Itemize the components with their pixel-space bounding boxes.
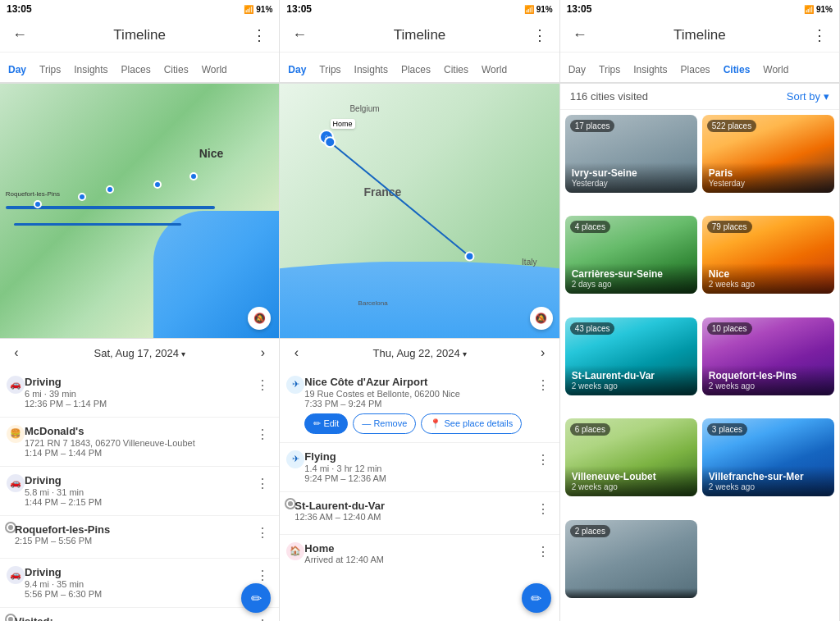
tab-world-2[interactable]: World: [475, 64, 514, 82]
mute-indicator-1[interactable]: 🔕: [248, 307, 271, 330]
tab-places-3[interactable]: Places: [674, 64, 717, 82]
city-card-2[interactable]: 4 places Carrières-sur-Seine 2 days ago: [565, 216, 697, 294]
prev-date-btn-1[interactable]: ‹: [5, 341, 28, 364]
tab-trips-1[interactable]: Trips: [33, 64, 67, 82]
item-more-6[interactable]: ⋮: [253, 615, 272, 622]
city-time-4: 2 weeks ago: [572, 381, 691, 390]
city-card-6[interactable]: 6 places Villeneuve-Loubet 2 weeks ago: [565, 418, 697, 496]
item-more-a4[interactable]: ⋮: [533, 542, 553, 562]
top-bar-3: ← Timeline ⋮: [560, 18, 839, 53]
back-button-1[interactable]: ←: [7, 22, 33, 48]
timeline-item-airport: ✈ Nice Côte d'Azur Airport 19 Rue Costes…: [280, 368, 559, 442]
item-more-3[interactable]: ⋮: [253, 474, 272, 494]
tl-time-roquefort: 2:15 PM – 5:56 PM: [15, 536, 253, 546]
tab-cities-3[interactable]: Cities: [717, 64, 757, 82]
tab-world-1[interactable]: World: [195, 64, 234, 82]
tab-trips-3[interactable]: Trips: [592, 64, 627, 82]
timeline-item-visited: Visited: ⋮: [0, 607, 279, 622]
cities-header: 116 cities visited Sort by ▾: [560, 84, 839, 110]
item-more-5[interactable]: ⋮: [253, 566, 272, 586]
tab-insights-1[interactable]: Insights: [67, 64, 114, 82]
status-icons-2: 📶 91%: [524, 5, 553, 14]
more-button-3[interactable]: ⋮: [806, 22, 833, 48]
tab-world-3[interactable]: World: [756, 64, 795, 82]
tab-trips-2[interactable]: Trips: [313, 64, 347, 82]
tab-day-2[interactable]: Day: [281, 64, 313, 82]
current-date-2[interactable]: Thu, Aug 22, 2024: [308, 347, 531, 359]
current-date-1[interactable]: Sat, Aug 17, 2024: [28, 347, 251, 359]
city-badge-6: 6 places: [570, 423, 610, 436]
timeline-item-flying: ✈ Flying 1.4 mi · 3 hr 12 min 9:24 PM – …: [280, 442, 559, 491]
edit-fab-2[interactable]: ✏: [522, 583, 551, 613]
city-card-0[interactable]: 17 places Ivry-sur-Seine Yesterday: [565, 115, 697, 193]
mute-indicator-2[interactable]: 🔕: [530, 307, 553, 330]
status-time-1: 13:05: [7, 3, 32, 15]
drive-icon-1: 🚗: [7, 376, 25, 394]
item-more-2[interactable]: ⋮: [253, 425, 272, 445]
more-button-1[interactable]: ⋮: [246, 22, 272, 48]
tl-time-driving-3: 5:56 PM – 6:30 PM: [25, 589, 253, 599]
city-time-1: Yesterday: [709, 179, 828, 188]
city-card-8[interactable]: 2 places: [565, 520, 697, 598]
city-name-7: Villefranche-sur-Mer: [709, 471, 828, 482]
city-overlay-4: St-Laurent-du-Var 2 weeks ago: [565, 365, 697, 395]
map-pin-3: [106, 185, 114, 194]
item-more-1[interactable]: ⋮: [253, 376, 272, 395]
map-roq-label: Roquefort-les-Pins: [6, 190, 60, 198]
city-badge-5: 10 places: [707, 322, 752, 335]
tab-day-3[interactable]: Day: [562, 64, 592, 82]
city-name-2: Carrières-sur-Seine: [572, 268, 691, 280]
nav-bar-1: ‹ Sat, Aug 17, 2024 ›: [0, 338, 279, 368]
more-button-2[interactable]: ⋮: [527, 22, 553, 48]
city-card-4[interactable]: 43 places St-Laurent-du-Var 2 weeks ago: [565, 317, 697, 395]
city-card-1[interactable]: 522 places Paris Yesterday: [702, 115, 834, 193]
cities-grid: 17 places Ivry-sur-Seine Yesterday 522 p…: [560, 110, 839, 621]
city-overlay-7: Villefranche-sur-Mer 2 weeks ago: [702, 466, 834, 496]
tab-insights-3[interactable]: Insights: [627, 64, 673, 82]
next-date-btn-2[interactable]: ›: [532, 341, 555, 364]
city-card-5[interactable]: 10 places Roquefort-les-Pins 2 weeks ago: [702, 317, 834, 395]
item-more-4[interactable]: ⋮: [253, 523, 272, 543]
tab-insights-2[interactable]: Insights: [348, 64, 395, 82]
top-bar-2: ← Timeline ⋮: [280, 18, 559, 53]
food-icon-1: 🍔: [7, 425, 25, 443]
timeline-list-2: ✈ Nice Côte d'Azur Airport 19 Rue Costes…: [280, 368, 559, 622]
city-card-7[interactable]: 3 places Villefranche-sur-Mer 2 weeks ag…: [702, 418, 834, 496]
city-name-4: St-Laurent-du-Var: [572, 370, 691, 381]
edit-place-button[interactable]: ✏ Edit: [304, 413, 348, 434]
city-name-1: Paris: [709, 167, 828, 179]
airport-actions: ✏ Edit — Remove 📍 See place details: [304, 413, 532, 434]
remove-place-button[interactable]: — Remove: [353, 413, 416, 434]
city-badge-0: 17 places: [570, 120, 615, 132]
tab-places-1[interactable]: Places: [115, 64, 158, 82]
map-pin-5: [189, 172, 198, 180]
tl-title-stlaurent: St-Laurent-du-Var: [294, 500, 532, 512]
next-date-btn-1[interactable]: ›: [251, 341, 274, 364]
tab-day-1[interactable]: Day: [2, 64, 33, 82]
tab-cities-1[interactable]: Cities: [158, 64, 195, 82]
top-bar-1: ← Timeline ⋮: [0, 18, 279, 53]
tab-cities-2[interactable]: Cities: [437, 64, 475, 82]
map-view-2[interactable]: Belgium France Italy Barcelona ⌂ Home 🔕: [280, 84, 559, 338]
city-card-3[interactable]: 79 places Nice 2 weeks ago: [702, 216, 834, 294]
tab-places-2[interactable]: Places: [395, 64, 437, 82]
item-more-a2[interactable]: ⋮: [533, 450, 553, 470]
back-button-3[interactable]: ←: [567, 22, 593, 48]
city-overlay-3: Nice 2 weeks ago: [702, 263, 834, 294]
tl-time-airport: 7:33 PM – 9:24 PM: [304, 399, 532, 409]
status-bar-1: 13:05 📶 91%: [0, 0, 279, 18]
tl-time-driving-1: 12:36 PM – 1:14 PM: [25, 399, 253, 409]
tl-time-stlaurent: 12:36 AM – 12:40 AM: [294, 512, 532, 522]
map-view-1[interactable]: Roquefort-les-Pins Nice 🔕: [0, 84, 279, 338]
city-time-3: 2 weeks ago: [709, 280, 828, 289]
map-road-2: [14, 223, 181, 226]
prev-date-btn-2[interactable]: ‹: [285, 341, 308, 364]
status-icons-3: 📶 91%: [804, 5, 833, 14]
sort-button[interactable]: Sort by ▾: [787, 90, 829, 103]
item-more-a1[interactable]: ⋮: [533, 376, 553, 395]
see-place-details-button[interactable]: 📍 See place details: [421, 413, 522, 434]
dot-icon-1: [7, 523, 15, 532]
back-button-2[interactable]: ←: [286, 22, 313, 48]
city-name-5: Roquefort-les-Pins: [709, 370, 828, 381]
item-more-a3[interactable]: ⋮: [533, 500, 553, 519]
